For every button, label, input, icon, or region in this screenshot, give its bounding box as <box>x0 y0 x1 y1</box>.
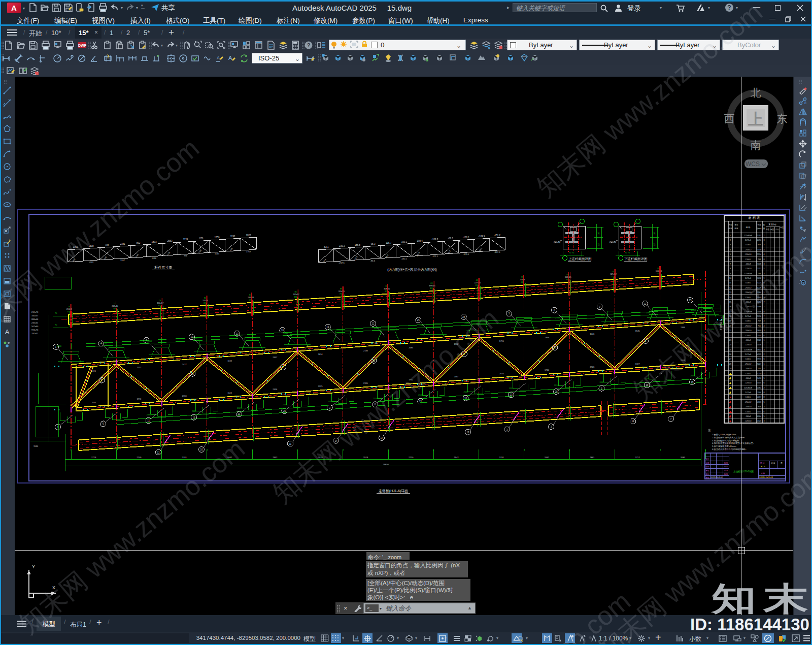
svg-text:杆件尺寸图: 杆件尺寸图 <box>154 266 173 270</box>
svg-text:材 料 表: 材 料 表 <box>748 216 760 220</box>
svg-text:12: 12 <box>157 452 160 454</box>
svg-text:3: 3 <box>764 349 765 351</box>
svg-text:17: 17 <box>380 437 383 439</box>
svg-text:1552: 1552 <box>137 366 142 369</box>
svg-text:7: 7 <box>764 315 765 317</box>
svg-text:213x8: 213x8 <box>66 308 72 310</box>
svg-text:L50x5: L50x5 <box>746 373 751 375</box>
svg-text:-171.0: -171.0 <box>463 253 469 255</box>
svg-text:5230: 5230 <box>757 373 761 375</box>
svg-text:A: A <box>5 328 10 336</box>
svg-text:-86.6: -86.6 <box>370 260 376 262</box>
svg-text:2369: 2369 <box>545 336 550 339</box>
svg-text:1727: 1727 <box>635 363 640 365</box>
svg-text:2: 2 <box>764 387 765 389</box>
svg-text:4595: 4595 <box>757 353 761 356</box>
svg-text:4: 4 <box>764 325 765 327</box>
svg-text:L63x5: L63x5 <box>746 396 751 398</box>
svg-text:图: 图 <box>781 462 782 464</box>
svg-text:-82.1: -82.1 <box>323 246 329 248</box>
svg-text:11: 11 <box>147 420 150 422</box>
svg-text:776: 776 <box>758 368 761 370</box>
svg-text:26: 26 <box>729 353 731 356</box>
svg-text:2168: 2168 <box>57 345 62 347</box>
svg-text:4: 4 <box>764 249 765 251</box>
svg-text:13: 13 <box>466 431 469 434</box>
svg-text:2683: 2683 <box>681 456 686 459</box>
svg-text:5: 5 <box>764 401 765 403</box>
svg-text:图 别: 图 别 <box>760 462 764 464</box>
svg-text:125: 125 <box>597 232 600 235</box>
svg-text:8: 8 <box>764 392 765 394</box>
svg-text:2023: 2023 <box>724 473 728 475</box>
svg-text:2782: 2782 <box>555 316 560 319</box>
svg-text:6: 6 <box>764 382 765 384</box>
svg-text:709: 709 <box>758 320 761 322</box>
svg-text:25: 25 <box>417 319 420 321</box>
svg-text:4163: 4163 <box>757 401 761 403</box>
svg-text:4120: 4120 <box>757 420 761 422</box>
svg-text:6264: 6264 <box>757 415 761 417</box>
svg-text:18: 18 <box>464 397 467 400</box>
svg-text:125: 125 <box>597 242 600 246</box>
svg-text:1634: 1634 <box>318 353 323 356</box>
svg-text:2586: 2586 <box>646 311 651 314</box>
svg-text:1556: 1556 <box>214 236 220 239</box>
svg-text:224x9: 224x9 <box>520 279 525 281</box>
svg-text:2: 2 <box>730 239 731 241</box>
svg-text:L63x5: L63x5 <box>746 358 751 360</box>
svg-text:1139: 1139 <box>183 238 188 241</box>
svg-text:数: 数 <box>763 224 765 226</box>
svg-text:1828: 1828 <box>246 234 251 237</box>
svg-text:876: 876 <box>199 237 204 240</box>
svg-text:1: 1 <box>764 344 765 346</box>
svg-text:设计: 设计 <box>705 465 709 468</box>
svg-text:8: 8 <box>730 268 731 270</box>
svg-text:2350: 2350 <box>148 340 153 342</box>
svg-text:28: 28 <box>729 363 731 365</box>
svg-text:6: 6 <box>103 423 104 425</box>
svg-text:注:: 注: <box>708 429 712 432</box>
svg-text:3: 3 <box>764 244 765 246</box>
svg-text:8: 8 <box>764 396 765 398</box>
svg-text:892: 892 <box>137 242 141 244</box>
svg-text:8: 8 <box>764 259 765 261</box>
svg-text:298: 298 <box>758 259 761 261</box>
svg-text:(mm): (mm) <box>757 228 761 230</box>
svg-text:-250x12: -250x12 <box>745 401 752 403</box>
svg-text:-250x12: -250x12 <box>745 363 752 365</box>
svg-text:-82.6: -82.6 <box>448 237 454 240</box>
svg-text:2683: 2683 <box>409 346 414 349</box>
svg-text:976: 976 <box>184 254 187 257</box>
svg-text:-160x8: -160x8 <box>746 263 751 265</box>
svg-text:70: 70 <box>55 312 57 314</box>
svg-text:798: 798 <box>105 244 109 246</box>
svg-text:2079: 2079 <box>510 319 515 321</box>
svg-text:2325: 2325 <box>318 385 323 388</box>
svg-text:10: 10 <box>729 277 731 279</box>
svg-text:24: 24 <box>729 344 731 346</box>
svg-text:3: 3 <box>551 426 552 428</box>
svg-text:2L75x6: 2L75x6 <box>745 239 751 241</box>
svg-text:2023: 2023 <box>724 462 728 464</box>
svg-text:5: 5 <box>764 415 765 417</box>
svg-text:2360: 2360 <box>182 395 187 397</box>
svg-text:11: 11 <box>729 282 731 284</box>
svg-text:4017: 4017 <box>757 396 761 398</box>
svg-text:9: 9 <box>599 306 600 308</box>
svg-text:GXXD.1b/3.44: GXXD.1b/3.44 <box>710 476 722 478</box>
svg-text:886x46: 886x46 <box>31 318 39 320</box>
svg-text:2395: 2395 <box>363 382 368 384</box>
svg-text:1144: 1144 <box>757 392 761 394</box>
svg-text:5121: 5121 <box>757 339 761 341</box>
svg-text:A2.5: A2.5 <box>761 465 765 468</box>
svg-text:2781: 2781 <box>499 456 504 459</box>
svg-text:6: 6 <box>764 335 765 337</box>
svg-text:-199.1: -199.1 <box>400 241 407 243</box>
svg-text:25: 25 <box>729 349 731 351</box>
svg-text:-120x10: -120x10 <box>745 268 752 270</box>
svg-text:4: 4 <box>730 249 731 251</box>
svg-text:2563: 2563 <box>167 240 173 242</box>
svg-text:7008: 7008 <box>757 263 761 265</box>
svg-text:2781: 2781 <box>182 456 187 459</box>
